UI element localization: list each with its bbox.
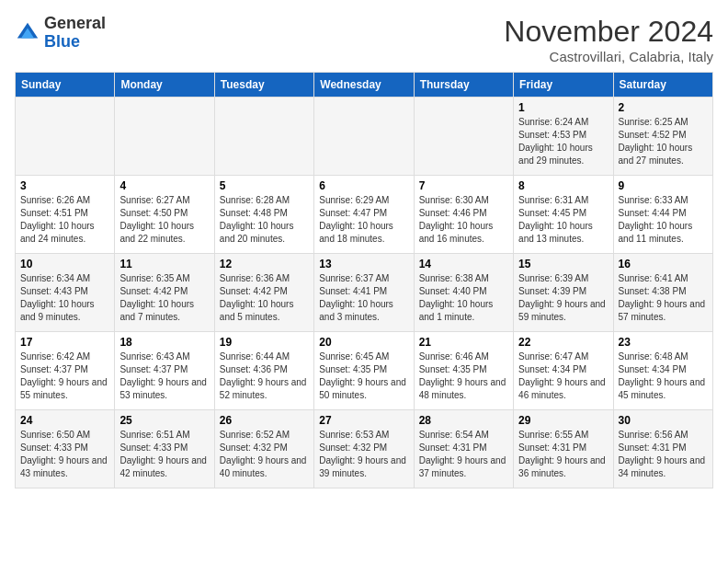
- calendar-cell: 25Sunrise: 6:51 AM Sunset: 4:33 PM Dayli…: [115, 410, 214, 488]
- day-number: 22: [518, 336, 608, 349]
- calendar-cell: 13Sunrise: 6:37 AM Sunset: 4:41 PM Dayli…: [314, 254, 414, 332]
- logo-text: General Blue: [44, 15, 106, 52]
- calendar-cell: 14Sunrise: 6:38 AM Sunset: 4:40 PM Dayli…: [414, 254, 513, 332]
- title-block: November 2024 Castrovillari, Calabria, I…: [504, 15, 713, 64]
- day-number: 16: [619, 258, 708, 270]
- day-number: 27: [319, 414, 408, 427]
- calendar-week-row: 10Sunrise: 6:34 AM Sunset: 4:43 PM Dayli…: [16, 254, 713, 332]
- logo-icon: [15, 20, 40, 46]
- day-info: Sunrise: 6:31 AM Sunset: 4:45 PM Dayligh…: [518, 194, 608, 246]
- day-number: 26: [220, 414, 309, 427]
- day-number: 18: [119, 336, 209, 349]
- logo: General Blue: [15, 15, 106, 52]
- day-number: 14: [419, 258, 508, 270]
- day-info: Sunrise: 6:39 AM Sunset: 4:39 PM Dayligh…: [518, 272, 608, 324]
- calendar-cell: [16, 98, 115, 176]
- day-number: 12: [220, 258, 309, 270]
- day-number: 29: [518, 414, 608, 427]
- calendar-cell: 26Sunrise: 6:52 AM Sunset: 4:32 PM Dayli…: [214, 410, 313, 488]
- day-number: 7: [419, 179, 508, 192]
- calendar-header-row: SundayMondayTuesdayWednesdayThursdayFrid…: [16, 73, 713, 98]
- day-number: 20: [319, 336, 408, 349]
- month-title: November 2024: [504, 15, 713, 49]
- header-wednesday: Wednesday: [314, 73, 414, 98]
- day-info: Sunrise: 6:51 AM Sunset: 4:33 PM Dayligh…: [119, 429, 209, 480]
- day-info: Sunrise: 6:33 AM Sunset: 4:44 PM Dayligh…: [619, 194, 708, 246]
- day-number: 21: [419, 336, 508, 349]
- day-number: 1: [518, 101, 608, 114]
- day-info: Sunrise: 6:52 AM Sunset: 4:32 PM Dayligh…: [220, 429, 309, 480]
- calendar-cell: 16Sunrise: 6:41 AM Sunset: 4:38 PM Dayli…: [613, 254, 712, 332]
- day-info: Sunrise: 6:26 AM Sunset: 4:51 PM Dayligh…: [20, 194, 109, 246]
- calendar-cell: 2Sunrise: 6:25 AM Sunset: 4:52 PM Daylig…: [613, 98, 712, 176]
- day-info: Sunrise: 6:54 AM Sunset: 4:31 PM Dayligh…: [419, 429, 508, 480]
- day-info: Sunrise: 6:48 AM Sunset: 4:34 PM Dayligh…: [619, 350, 708, 402]
- day-info: Sunrise: 6:38 AM Sunset: 4:40 PM Dayligh…: [419, 272, 508, 324]
- calendar-cell: 5Sunrise: 6:28 AM Sunset: 4:48 PM Daylig…: [214, 176, 313, 254]
- calendar-cell: 19Sunrise: 6:44 AM Sunset: 4:36 PM Dayli…: [214, 332, 313, 410]
- page-header: General Blue November 2024 Castrovillari…: [15, 15, 713, 64]
- calendar-cell: 3Sunrise: 6:26 AM Sunset: 4:51 PM Daylig…: [16, 176, 115, 254]
- calendar-cell: [115, 98, 214, 176]
- day-info: Sunrise: 6:34 AM Sunset: 4:43 PM Dayligh…: [20, 272, 109, 324]
- day-info: Sunrise: 6:53 AM Sunset: 4:32 PM Dayligh…: [319, 429, 408, 480]
- calendar-cell: 12Sunrise: 6:36 AM Sunset: 4:42 PM Dayli…: [214, 254, 313, 332]
- day-number: 8: [518, 179, 608, 192]
- calendar-cell: 9Sunrise: 6:33 AM Sunset: 4:44 PM Daylig…: [613, 176, 712, 254]
- day-number: 10: [20, 258, 109, 270]
- calendar-cell: 10Sunrise: 6:34 AM Sunset: 4:43 PM Dayli…: [16, 254, 115, 332]
- calendar-cell: 30Sunrise: 6:56 AM Sunset: 4:31 PM Dayli…: [613, 410, 712, 488]
- header-sunday: Sunday: [16, 73, 115, 98]
- day-info: Sunrise: 6:28 AM Sunset: 4:48 PM Dayligh…: [220, 194, 309, 246]
- day-info: Sunrise: 6:35 AM Sunset: 4:42 PM Dayligh…: [119, 272, 209, 324]
- calendar-cell: 28Sunrise: 6:54 AM Sunset: 4:31 PM Dayli…: [414, 410, 513, 488]
- calendar-cell: 21Sunrise: 6:46 AM Sunset: 4:35 PM Dayli…: [414, 332, 513, 410]
- day-info: Sunrise: 6:43 AM Sunset: 4:37 PM Dayligh…: [119, 350, 209, 402]
- day-info: Sunrise: 6:36 AM Sunset: 4:42 PM Dayligh…: [220, 272, 309, 324]
- header-monday: Monday: [115, 73, 214, 98]
- calendar-cell: 23Sunrise: 6:48 AM Sunset: 4:34 PM Dayli…: [613, 332, 712, 410]
- day-info: Sunrise: 6:37 AM Sunset: 4:41 PM Dayligh…: [319, 272, 408, 324]
- header-tuesday: Tuesday: [214, 73, 313, 98]
- logo-general: General: [44, 14, 106, 32]
- day-number: 9: [619, 179, 708, 192]
- calendar-cell: 17Sunrise: 6:42 AM Sunset: 4:37 PM Dayli…: [16, 332, 115, 410]
- day-info: Sunrise: 6:44 AM Sunset: 4:36 PM Dayligh…: [220, 350, 309, 402]
- calendar-cell: 1Sunrise: 6:24 AM Sunset: 4:53 PM Daylig…: [514, 98, 613, 176]
- day-info: Sunrise: 6:41 AM Sunset: 4:38 PM Dayligh…: [619, 272, 708, 324]
- day-number: 17: [20, 336, 109, 349]
- header-friday: Friday: [514, 73, 613, 98]
- day-info: Sunrise: 6:50 AM Sunset: 4:33 PM Dayligh…: [20, 429, 109, 480]
- location-subtitle: Castrovillari, Calabria, Italy: [504, 49, 713, 64]
- day-number: 30: [619, 414, 708, 427]
- header-saturday: Saturday: [613, 73, 712, 98]
- day-info: Sunrise: 6:24 AM Sunset: 4:53 PM Dayligh…: [518, 116, 608, 167]
- day-info: Sunrise: 6:46 AM Sunset: 4:35 PM Dayligh…: [419, 350, 508, 402]
- day-number: 13: [319, 258, 408, 270]
- calendar-cell: 22Sunrise: 6:47 AM Sunset: 4:34 PM Dayli…: [514, 332, 613, 410]
- day-info: Sunrise: 6:42 AM Sunset: 4:37 PM Dayligh…: [20, 350, 109, 402]
- day-number: 25: [119, 414, 209, 427]
- calendar-cell: 29Sunrise: 6:55 AM Sunset: 4:31 PM Dayli…: [514, 410, 613, 488]
- day-number: 2: [619, 101, 708, 114]
- calendar-cell: 6Sunrise: 6:29 AM Sunset: 4:47 PM Daylig…: [314, 176, 414, 254]
- calendar-cell: [214, 98, 313, 176]
- day-number: 23: [619, 336, 708, 349]
- day-info: Sunrise: 6:25 AM Sunset: 4:52 PM Dayligh…: [619, 116, 708, 167]
- calendar-table: SundayMondayTuesdayWednesdayThursdayFrid…: [15, 72, 713, 488]
- calendar-cell: 7Sunrise: 6:30 AM Sunset: 4:46 PM Daylig…: [414, 176, 513, 254]
- calendar-cell: [314, 98, 414, 176]
- day-info: Sunrise: 6:29 AM Sunset: 4:47 PM Dayligh…: [319, 194, 408, 246]
- calendar-cell: 8Sunrise: 6:31 AM Sunset: 4:45 PM Daylig…: [514, 176, 613, 254]
- day-number: 15: [518, 258, 608, 270]
- day-info: Sunrise: 6:56 AM Sunset: 4:31 PM Dayligh…: [619, 429, 708, 480]
- header-thursday: Thursday: [414, 73, 513, 98]
- day-info: Sunrise: 6:47 AM Sunset: 4:34 PM Dayligh…: [518, 350, 608, 402]
- calendar-week-row: 17Sunrise: 6:42 AM Sunset: 4:37 PM Dayli…: [16, 332, 713, 410]
- logo-blue: Blue: [44, 32, 80, 51]
- day-number: 4: [119, 179, 209, 192]
- day-number: 6: [319, 179, 408, 192]
- calendar-cell: 20Sunrise: 6:45 AM Sunset: 4:35 PM Dayli…: [314, 332, 414, 410]
- calendar-cell: 18Sunrise: 6:43 AM Sunset: 4:37 PM Dayli…: [115, 332, 214, 410]
- calendar-week-row: 24Sunrise: 6:50 AM Sunset: 4:33 PM Dayli…: [16, 410, 713, 488]
